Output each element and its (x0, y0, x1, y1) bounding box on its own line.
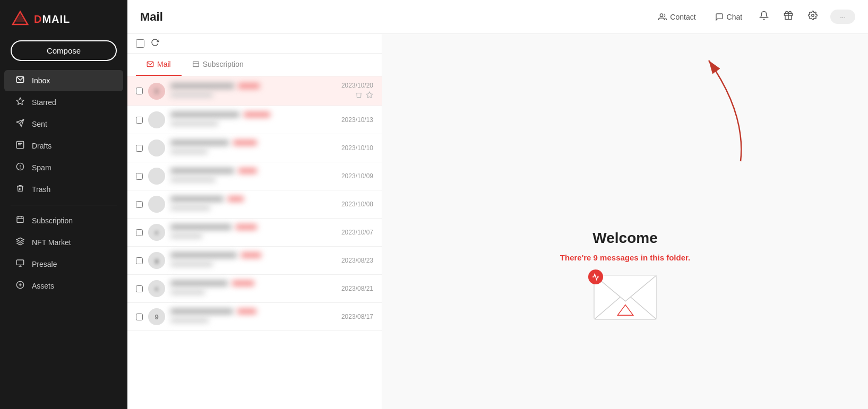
nav-divider (11, 205, 117, 205)
welcome-msg-prefix: There're (560, 253, 594, 262)
svg-rect-25 (193, 62, 199, 66)
mail-list-panel: Mail Subscription S (127, 34, 382, 409)
avatar: 9 (148, 308, 165, 325)
sidebar-item-subscription[interactable]: Subscription (4, 210, 123, 231)
contact-icon (658, 13, 667, 21)
mail-content (170, 253, 336, 268)
logo-text: DMAIL (34, 13, 70, 25)
inbox-icon (15, 75, 25, 86)
main-area: Mail Contact Chat ··· (127, 0, 868, 409)
sidebar-item-sent[interactable]: Sent (4, 114, 123, 135)
delete-icon[interactable] (355, 91, 363, 100)
right-panel: Welcome There're 9 messages in this fold… (382, 34, 868, 409)
mail-checkbox[interactable] (136, 145, 143, 152)
avatar (148, 168, 165, 185)
mail-checkbox[interactable] (136, 314, 143, 320)
sidebar-item-subscription-label: Subscription (32, 216, 73, 225)
content-area: Mail Subscription S (127, 34, 868, 409)
gift-button[interactable] (781, 8, 795, 25)
sidebar-item-starred-label: Starred (32, 98, 56, 107)
mail-content (170, 281, 336, 297)
avatar: g (148, 252, 165, 269)
mail-content (170, 224, 336, 240)
tab-subscription[interactable]: Subscription (182, 54, 254, 76)
mail-item[interactable]: g 2023/08/23 (127, 247, 382, 275)
chat-label: Chat (727, 13, 743, 21)
welcome-title: Welcome (560, 230, 690, 247)
spam-icon (15, 162, 25, 173)
settings-icon (808, 11, 818, 20)
star-action-icon[interactable] (366, 91, 373, 100)
select-all-checkbox[interactable] (136, 39, 144, 48)
subscription-icon (15, 215, 25, 226)
tab-subscription-icon (192, 60, 200, 68)
mail-item[interactable]: S 2023/10/20 (127, 76, 382, 106)
sidebar-item-drafts[interactable]: Drafts (4, 135, 123, 156)
mail-checkbox[interactable] (136, 201, 143, 208)
mail-item[interactable]: 2023/10/13 (127, 106, 382, 134)
svg-point-23 (812, 14, 814, 17)
nav-group-main: Inbox Starred Sent Drafts Spam (0, 69, 127, 201)
svg-marker-3 (16, 98, 23, 105)
tab-subscription-label: Subscription (203, 60, 244, 68)
sidebar-item-spam[interactable]: Spam (4, 157, 123, 178)
mail-content (170, 140, 336, 156)
envelope-illustration: DMAIL (560, 275, 690, 320)
avatar: c (148, 224, 165, 241)
sidebar-item-nftmarket[interactable]: NFT Market (4, 232, 123, 253)
mail-content (170, 309, 336, 325)
mail-checkbox[interactable] (136, 173, 143, 180)
chat-button[interactable]: Chat (711, 11, 747, 23)
mail-item[interactable]: 2023/10/09 (127, 162, 382, 190)
tab-mail-label: Mail (157, 60, 171, 68)
mail-checkbox[interactable] (136, 257, 143, 264)
sidebar-item-presale[interactable]: Presale (4, 254, 123, 275)
sidebar-item-trash[interactable]: Trash (4, 179, 123, 200)
sidebar-item-sent-label: Sent (32, 120, 47, 128)
gift-icon (784, 11, 793, 20)
avatar (148, 196, 165, 213)
mail-date: 2023/08/23 (341, 257, 373, 264)
sidebar-item-assets-label: Assets (32, 282, 54, 290)
annotation-arrow (656, 50, 762, 167)
mail-content (170, 196, 336, 212)
welcome-section: Welcome There're 9 messages in this fold… (560, 230, 690, 320)
refresh-button[interactable] (151, 38, 159, 49)
gift-button-wrap (781, 8, 795, 25)
mail-item[interactable]: 2023/10/08 (127, 190, 382, 219)
svg-rect-29 (594, 275, 656, 319)
mail-meta: 2023/08/17 (341, 313, 373, 320)
mail-date: 2023/10/09 (341, 172, 373, 180)
contact-button[interactable]: Contact (654, 11, 700, 23)
svg-point-20 (660, 14, 663, 16)
bell-button[interactable] (757, 8, 771, 25)
profile-button[interactable]: ··· (830, 10, 855, 24)
mail-preview-bar (170, 93, 213, 97)
compose-button[interactable]: Compose (11, 40, 117, 61)
settings-button[interactable] (806, 8, 820, 25)
avatar: c (148, 280, 165, 297)
welcome-message: There're 9 messages in this folder. (560, 253, 690, 262)
mail-meta: 2023/08/21 (341, 285, 373, 292)
mail-date: 2023/08/21 (341, 285, 373, 292)
mail-checkbox[interactable] (136, 117, 143, 124)
sidebar-item-inbox[interactable]: Inbox (4, 70, 123, 91)
mail-subject-bar (170, 83, 234, 89)
assets-icon (15, 281, 25, 291)
chat-icon (715, 13, 724, 21)
avatar: S (148, 83, 165, 100)
mail-checkbox[interactable] (136, 285, 143, 292)
mail-item[interactable]: c 2023/08/21 (127, 275, 382, 303)
mail-item[interactable]: c 2023/10/07 (127, 219, 382, 247)
mail-checkbox[interactable] (136, 88, 143, 94)
mail-meta: 2023/10/13 (341, 116, 373, 124)
mail-content (170, 83, 336, 99)
mail-checkbox[interactable] (136, 229, 143, 236)
mail-item[interactable]: 9 2023/08/17 (127, 303, 382, 331)
mail-item[interactable]: 2023/10/10 (127, 134, 382, 162)
tab-mail[interactable]: Mail (136, 54, 182, 76)
sidebar-item-assets[interactable]: Assets (4, 275, 123, 297)
svg-rect-12 (17, 217, 23, 223)
mail-date: 2023/08/17 (341, 313, 373, 320)
sidebar-item-starred[interactable]: Starred (4, 92, 123, 113)
